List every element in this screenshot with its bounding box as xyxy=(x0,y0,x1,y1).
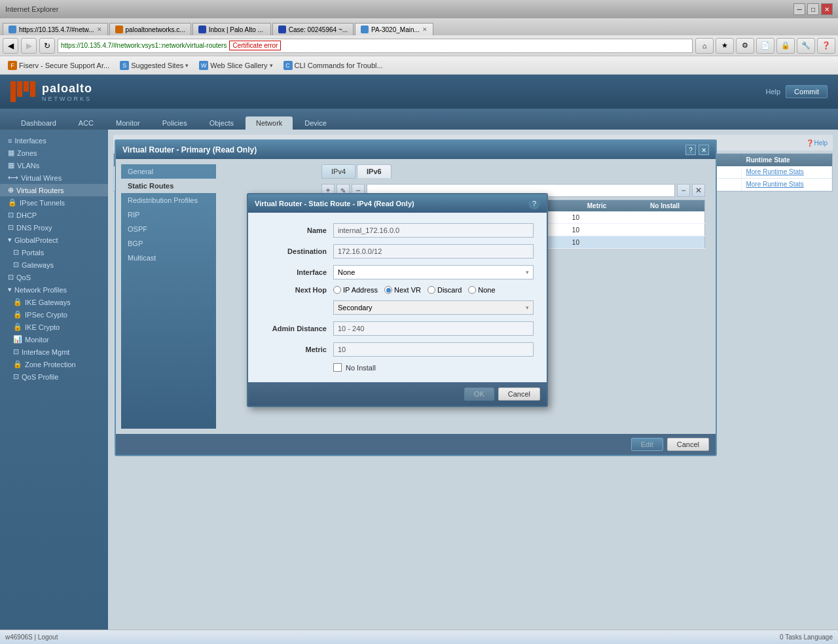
radio-ip-address[interactable]: IP Address xyxy=(333,286,378,294)
radio-nextvr-dot xyxy=(384,286,392,294)
tab-network[interactable]: Network xyxy=(246,116,293,130)
sidebar-item-dhcp[interactable]: ⊡ DHCP xyxy=(0,209,108,221)
panel-help-icon[interactable]: ❓Help xyxy=(806,139,828,147)
bookmark-fiserv[interactable]: F Fiserv - Secure Support Ar... xyxy=(5,60,112,71)
back-button[interactable]: ◀ xyxy=(3,38,18,54)
bookmark-label-suggested: Suggested Sites xyxy=(131,62,183,69)
tab-favicon-4 xyxy=(278,26,286,33)
bookmark-suggested[interactable]: S Suggested Sites ▾ xyxy=(117,60,191,71)
sidebar-item-network-profiles[interactable]: ▾ Network Profiles xyxy=(0,283,108,296)
more-runtime-0[interactable]: More Runtime Stats xyxy=(746,167,803,177)
vr-menu-bgp[interactable]: BGP xyxy=(121,236,216,251)
browser-tab-1[interactable]: https://10.135.4.7/#netw... ✕ xyxy=(3,23,108,35)
sidebar-item-virtual-routers[interactable]: ⊕ Virtual Routers xyxy=(0,184,108,196)
more-runtime-1[interactable]: More Runtime Stats xyxy=(746,179,803,189)
maximize-button[interactable]: □ xyxy=(807,3,819,15)
sidebar-item-globalprotect[interactable]: ▾ GlobalProtect xyxy=(0,234,108,246)
admin-distance-field[interactable] xyxy=(333,321,534,336)
favorites-button[interactable]: ★ xyxy=(716,38,734,54)
radio-next-vr[interactable]: Next VR xyxy=(384,286,421,294)
commit-button[interactable]: Commit xyxy=(786,85,828,98)
refresh-button[interactable]: ↻ xyxy=(39,38,55,54)
pan-help-link[interactable]: Help xyxy=(765,88,780,96)
form-label-nexthop: Next Hop xyxy=(261,286,333,294)
settings-button[interactable]: 🔧 xyxy=(797,38,815,54)
th-runtime: Runtime State xyxy=(742,154,832,166)
close-button[interactable]: ✕ xyxy=(821,3,833,15)
no-install-label: No Install xyxy=(346,364,376,372)
sidebar-item-portals[interactable]: ⊡ Portals xyxy=(0,246,108,259)
address-bar[interactable]: https://10.135.4.7/#network:vsys1::netwo… xyxy=(58,39,693,53)
destination-field[interactable] xyxy=(333,244,534,259)
sr-help-icon[interactable]: ? xyxy=(528,198,540,209)
vr-modal-help[interactable]: ? xyxy=(685,145,696,155)
bookmarks-bar: F Fiserv - Secure Support Ar... S Sugges… xyxy=(0,56,838,75)
sidebar-item-virtual-wires[interactable]: ⟷ Virtual Wires xyxy=(0,171,108,184)
radio-none[interactable]: None xyxy=(468,286,495,294)
tab-acc[interactable]: ACC xyxy=(68,116,104,130)
vr-menu-general[interactable]: General xyxy=(121,164,216,179)
tab-monitor[interactable]: Monitor xyxy=(105,116,151,130)
pa-logo-icon xyxy=(10,81,37,102)
page-button[interactable]: 📄 xyxy=(756,38,774,54)
tab-dashboard[interactable]: Dashboard xyxy=(10,116,67,130)
sidebar-item-zone-protection[interactable]: 🔒 Zone Protection xyxy=(0,358,108,370)
browser-tab-3[interactable]: Inbox | Palo Alto ... xyxy=(192,23,271,35)
vr-menu-ospf[interactable]: OSPF xyxy=(121,222,216,236)
browser-tab-5[interactable]: PA-3020_Main... ✕ xyxy=(355,23,433,35)
vwires-icon: ⟷ xyxy=(8,173,18,182)
help-button[interactable]: ❓ xyxy=(817,38,835,54)
vr-menu-rip[interactable]: RIP xyxy=(121,207,216,222)
tab-policies[interactable]: Policies xyxy=(152,116,198,130)
radio-discard[interactable]: Discard xyxy=(428,286,462,294)
interface-select[interactable]: None ▾ xyxy=(333,265,534,279)
vr-cancel-button[interactable]: Cancel xyxy=(667,438,709,451)
tab-close-1[interactable]: ✕ xyxy=(97,26,102,33)
safety-button[interactable]: 🔒 xyxy=(776,38,795,54)
forward-button[interactable]: ▶ xyxy=(21,38,37,54)
sidebar-item-ike-gateways[interactable]: 🔒 IKE Gateways xyxy=(0,296,108,308)
tab-ipv6[interactable]: IPv6 xyxy=(357,164,392,179)
svg-rect-1 xyxy=(17,81,22,97)
browser-tab-2[interactable]: paloaltonetworks.c... xyxy=(109,23,191,35)
vr-menu-redist-profiles[interactable]: Redistribution Profiles xyxy=(121,193,216,207)
sidebar-item-dns-proxy[interactable]: ⊡ DNS Proxy xyxy=(0,221,108,234)
secondary-select[interactable]: Secondary ▾ xyxy=(333,300,534,315)
metric-field[interactable] xyxy=(333,342,534,357)
sidebar-item-ipsec-crypto[interactable]: 🔒 IPSec Crypto xyxy=(0,308,108,321)
bookmark-cli[interactable]: C CLI Commands for Troubl... xyxy=(281,60,386,71)
tab-objects[interactable]: Objects xyxy=(199,116,244,130)
sidebar-item-ike-crypto[interactable]: 🔒 IKE Crypto xyxy=(0,321,108,333)
vr-edit-button[interactable]: Edit xyxy=(631,438,663,451)
sidebar-item-vlans[interactable]: ▦ VLANs xyxy=(0,159,108,171)
sidebar-item-interface-mgmt[interactable]: ⊡ Interface Mgmt xyxy=(0,346,108,358)
sidebar-item-interfaces[interactable]: ≡ Interfaces xyxy=(0,135,108,147)
tab-device[interactable]: Device xyxy=(294,116,337,130)
route-close-btn[interactable]: ✕ xyxy=(692,184,705,197)
sidebar-item-qos[interactable]: ⊡ QoS xyxy=(0,271,108,283)
sidebar-item-gateways[interactable]: ⊡ Gateways xyxy=(0,259,108,271)
vr-modal-close[interactable]: ✕ xyxy=(699,145,709,155)
radio-discard-dot xyxy=(428,286,435,294)
tools-button[interactable]: ⚙ xyxy=(736,38,754,54)
browser-tab-4[interactable]: Case: 00245964 ~... xyxy=(272,23,354,35)
route-collapse-btn[interactable]: − xyxy=(677,184,690,197)
vr-menu-static-routes[interactable]: Static Routes xyxy=(121,179,216,193)
vr-menu-multicast[interactable]: Multicast xyxy=(121,251,216,265)
tab-close-5[interactable]: ✕ xyxy=(422,26,428,33)
sidebar-item-monitor[interactable]: 📊 Monitor xyxy=(0,333,108,346)
no-install-checkbox[interactable] xyxy=(333,363,342,372)
tab-ipv4[interactable]: IPv4 xyxy=(321,164,355,179)
sidebar-item-ipsec-tunnels[interactable]: 🔒 IPsec Tunnels xyxy=(0,196,108,209)
sr-ok-button[interactable]: OK xyxy=(464,387,494,401)
sr-cancel-button[interactable]: Cancel xyxy=(498,387,540,401)
name-field[interactable] xyxy=(333,223,534,238)
home-button[interactable]: ⌂ xyxy=(695,38,714,54)
pan-application: paloalto NETWORKS Help Commit Dashboard … xyxy=(0,75,838,644)
sidebar-item-qos-profile[interactable]: ⊡ QoS Profile xyxy=(0,370,108,383)
pan-logo-sub: NETWORKS xyxy=(42,96,92,102)
sidebar-item-zones[interactable]: ▦ Zones xyxy=(0,147,108,159)
rtd-metric-2: 10 xyxy=(568,236,625,249)
minimize-button[interactable]: ─ xyxy=(793,3,805,15)
bookmark-webslice[interactable]: W Web Slice Gallery ▾ xyxy=(196,60,275,71)
